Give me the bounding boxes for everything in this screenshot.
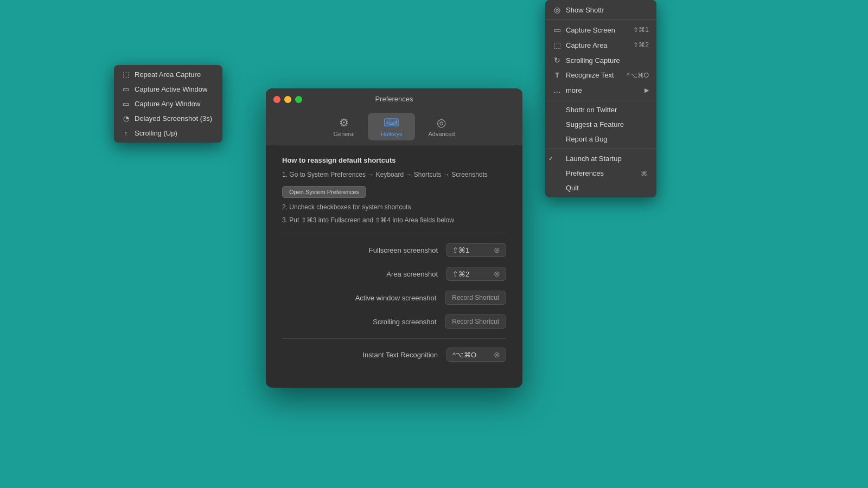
text-recognition-field[interactable]: ^⌥⌘O ⊗ xyxy=(446,348,506,362)
text-recognition-value: ^⌥⌘O xyxy=(452,351,476,359)
advanced-icon: ◎ xyxy=(437,116,446,129)
close-button[interactable] xyxy=(273,96,280,103)
text-recognition-label: Instant Text Recognition xyxy=(282,351,446,359)
capture-active-icon: ▭ xyxy=(122,85,130,93)
scrolling-icon: ↻ xyxy=(553,56,561,65)
capture-screen-label: Capture Screen xyxy=(566,26,615,34)
menu-item-twitter[interactable]: Shottr on Twitter xyxy=(545,102,656,117)
shortcut-row-area: Area screenshot ⇧⌘2 ⊗ xyxy=(282,267,506,281)
recognize-text-label: Recognize Text xyxy=(566,71,614,79)
submenu-item-capture-any-window[interactable]: ▭ Capture Any Window xyxy=(114,97,222,111)
fullscreen-clear-icon[interactable]: ⊗ xyxy=(494,246,500,254)
fullscreen-field[interactable]: ⇧⌘1 ⊗ xyxy=(446,243,506,257)
general-icon: ⚙ xyxy=(339,116,349,129)
minimize-button[interactable] xyxy=(284,96,291,103)
report-bug-label: Report a Bug xyxy=(566,135,608,143)
repeat-area-icon: ⬚ xyxy=(122,70,130,79)
twitter-label: Shottr on Twitter xyxy=(566,106,617,114)
separator-2 xyxy=(545,100,656,100)
submenu-item-delayed-screenshot[interactable]: ◔ Delayed Screenshot (3s) xyxy=(114,111,222,126)
area-value: ⇧⌘2 xyxy=(452,270,469,278)
advanced-label: Advanced xyxy=(428,131,455,137)
separator-1 xyxy=(545,20,656,20)
toolbar-item-general[interactable]: ⚙ General xyxy=(321,113,368,140)
preferences-window: Preferences ⚙ General ⌨ Hotkeys ◎ Advanc… xyxy=(266,88,522,388)
shottr-icon: ◎ xyxy=(553,5,561,14)
divider-1 xyxy=(282,234,506,234)
submenu-item-capture-active-window[interactable]: ▭ Capture Active Window xyxy=(114,82,222,97)
open-system-preferences-button[interactable]: Open System Preferences xyxy=(282,186,366,198)
window-title: Preferences xyxy=(275,95,514,103)
window-titlebar: Preferences ⚙ General ⌨ Hotkeys ◎ Advanc… xyxy=(266,88,522,145)
recognize-text-icon: T xyxy=(553,72,561,79)
toolbar-item-hotkeys[interactable]: ⌨ Hotkeys xyxy=(368,113,416,140)
area-label: Area screenshot xyxy=(282,270,446,278)
menu-item-show-shottr[interactable]: ◎ Show Shottr xyxy=(545,2,656,17)
menu-item-suggest-feature[interactable]: Suggest a Feature xyxy=(545,117,656,132)
capture-any-window-label: Capture Any Window xyxy=(135,100,200,108)
active-window-label: Active window screenshot xyxy=(282,294,445,302)
menu-item-more[interactable]: … more ▶ xyxy=(545,82,656,98)
shortcut-row-fullscreen: Fullscreen screenshot ⇧⌘1 ⊗ xyxy=(282,243,506,257)
main-dropdown-menu: ◎ Show Shottr ▭ Capture Screen ⇧⌘1 ⬚ Cap… xyxy=(545,0,656,197)
menu-item-launch-startup[interactable]: Launch at Startup xyxy=(545,151,656,166)
step2: 2. Uncheck checkboxes for system shortcu… xyxy=(282,202,506,212)
menu-item-quit[interactable]: Quit xyxy=(545,181,656,195)
fullscreen-value: ⇧⌘1 xyxy=(452,246,469,254)
menu-item-scrolling-capture[interactable]: ↻ Scrolling Capture xyxy=(545,53,656,68)
delayed-screenshot-label: Delayed Screenshot (3s) xyxy=(135,114,212,123)
capture-screen-shortcut: ⇧⌘1 xyxy=(633,26,649,34)
quit-label: Quit xyxy=(566,184,579,192)
active-window-record-button[interactable]: Record Shortcut xyxy=(445,291,506,305)
separator-3 xyxy=(545,149,656,149)
shortcut-row-text-recognition: Instant Text Recognition ^⌥⌘O ⊗ xyxy=(282,348,506,362)
hotkeys-label: Hotkeys xyxy=(381,131,403,137)
submenu-item-repeat-area[interactable]: ⬚ Repeat Area Capture xyxy=(114,67,222,82)
text-recognition-clear-icon[interactable]: ⊗ xyxy=(494,350,500,359)
capture-area-icon: ⬚ xyxy=(553,41,561,49)
area-clear-icon[interactable]: ⊗ xyxy=(494,269,500,278)
scrolling-label: Scrolling screenshot xyxy=(282,318,445,326)
menu-item-preferences[interactable]: Preferences ⌘, xyxy=(545,166,656,181)
maximize-button[interactable] xyxy=(295,96,302,103)
scrolling-up-label: Scrolling (Up) xyxy=(135,129,177,137)
submenu: ⬚ Repeat Area Capture ▭ Capture Active W… xyxy=(114,65,222,143)
capture-any-icon: ▭ xyxy=(122,100,130,108)
window-content: How to reassign default shortcuts 1. Go … xyxy=(266,145,522,388)
more-arrow-icon: ▶ xyxy=(644,87,649,94)
recognize-text-shortcut: ^⌥⌘O xyxy=(627,72,649,79)
preferences-shortcut: ⌘, xyxy=(641,170,649,177)
divider-2 xyxy=(282,338,506,339)
menu-item-recognize-text[interactable]: T Recognize Text ^⌥⌘O xyxy=(545,68,656,82)
general-label: General xyxy=(334,131,355,137)
delayed-icon: ◔ xyxy=(122,114,130,123)
toolbar: ⚙ General ⌨ Hotkeys ◎ Advanced xyxy=(275,108,514,145)
shortcut-row-active-window: Active window screenshot Record Shortcut xyxy=(282,291,506,305)
step3: 3. Put ⇧⌘3 into Fullscreen and ⇧⌘4 into … xyxy=(282,215,506,225)
step1: 1. Go to System Preferences → Keyboard →… xyxy=(282,170,506,179)
menu-item-capture-area[interactable]: ⬚ Capture Area ⇧⌘2 xyxy=(545,37,656,53)
show-shottr-label: Show Shottr xyxy=(566,6,604,14)
menu-item-report-bug[interactable]: Report a Bug xyxy=(545,132,656,146)
fullscreen-label: Fullscreen screenshot xyxy=(282,246,446,254)
more-label: more xyxy=(566,86,582,94)
area-field[interactable]: ⇧⌘2 ⊗ xyxy=(446,267,506,281)
scrolling-up-icon: ↑ xyxy=(122,129,130,137)
capture-area-label: Capture Area xyxy=(566,41,608,49)
how-to-title: How to reassign default shortcuts xyxy=(282,156,506,164)
more-icon: … xyxy=(553,86,561,94)
capture-area-shortcut: ⇧⌘2 xyxy=(633,41,649,49)
scrolling-capture-label: Scrolling Capture xyxy=(566,56,620,65)
launch-startup-label: Launch at Startup xyxy=(566,155,622,163)
suggest-feature-label: Suggest a Feature xyxy=(566,120,624,129)
capture-active-window-label: Capture Active Window xyxy=(135,85,207,93)
shortcut-row-scrolling: Scrolling screenshot Record Shortcut xyxy=(282,314,506,329)
menu-item-capture-screen[interactable]: ▭ Capture Screen ⇧⌘1 xyxy=(545,22,656,37)
toolbar-item-advanced[interactable]: ◎ Advanced xyxy=(415,113,468,140)
submenu-item-scrolling-up[interactable]: ↑ Scrolling (Up) xyxy=(114,126,222,140)
hotkeys-icon: ⌨ xyxy=(384,116,399,129)
window-controls xyxy=(273,96,302,103)
scrolling-record-button[interactable]: Record Shortcut xyxy=(445,314,506,329)
capture-screen-icon: ▭ xyxy=(553,25,561,34)
preferences-label: Preferences xyxy=(566,169,604,177)
